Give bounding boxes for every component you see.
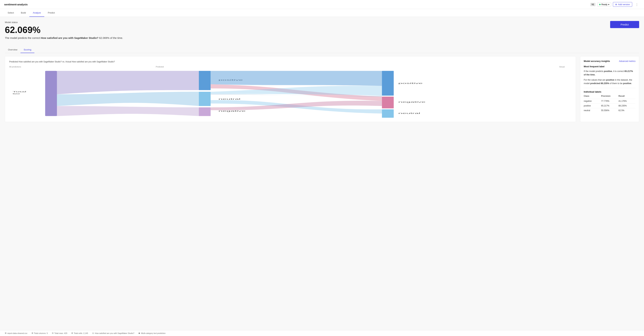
tab-select[interactable]: Select: [4, 9, 17, 17]
table-row: negative 77.778% 41.176%: [584, 99, 636, 103]
precision-negative: 77.778%: [601, 100, 618, 102]
main-nav: Select Build Analyze Predict: [0, 9, 644, 17]
insight-text-1: If the model predicts positive, it is co…: [584, 70, 636, 76]
chevron-down-icon: ▾: [608, 3, 609, 6]
svg-text:positive: positive: [398, 82, 422, 84]
class-negative: negative: [584, 100, 601, 102]
table-row: positive 65.217% 88.235%: [584, 103, 636, 108]
tab-analyze[interactable]: Analyze: [29, 9, 44, 17]
precision-neutral: 55.556%: [601, 109, 618, 112]
individual-labels-section: Individual labels Class Precision Recall…: [584, 91, 636, 113]
app-header: sentiment-analysis V1 Ready ▾ ⊕ Add vers…: [0, 0, 644, 9]
tab-predict[interactable]: Predict: [44, 9, 58, 17]
add-version-button[interactable]: ⊕ Add version: [613, 2, 632, 7]
model-status-section: Model status 62.069% The model predicts …: [5, 21, 123, 43]
svg-text:neutral: neutral: [218, 98, 240, 100]
version-badge: V1: [590, 3, 596, 6]
most-frequent-label-section: Most frequent label If the model predict…: [584, 65, 636, 85]
individual-labels-title: Individual labels: [584, 91, 636, 93]
insights-panel: Model accuracy insights Advanced metrics…: [580, 56, 639, 122]
svg-rect-3: [199, 71, 211, 90]
svg-text:Total: Total: [12, 91, 26, 93]
plus-icon: ⊕: [615, 3, 617, 6]
desc-suffix: 62.069% of the time.: [98, 36, 123, 39]
chart-title: Predicted How satisfied are you with Sag…: [9, 60, 572, 63]
insight-text-2: For the values that are positive in the …: [584, 78, 636, 85]
top-row: Model status 62.069% The model predicts …: [5, 21, 639, 43]
advanced-metrics-link[interactable]: Advanced metrics: [619, 60, 636, 62]
label-all-predictions: All predictions: [9, 66, 25, 68]
recall-negative: 41.176%: [618, 100, 636, 102]
insights-header: Model accuracy insights Advanced metrics: [584, 60, 636, 62]
tab-build[interactable]: Build: [17, 9, 29, 17]
model-description: The model predicts the correct How satis…: [5, 36, 123, 39]
precision-positive: 65.217%: [601, 105, 618, 107]
recall-neutral: 62.5%: [618, 109, 636, 112]
svg-text:negative: negative: [398, 101, 426, 103]
sankey-chart: Total 50 positive neutral negative: [9, 69, 572, 118]
recall-positive: 88.235%: [618, 105, 636, 107]
svg-rect-10: [382, 97, 394, 108]
more-options-button[interactable]: ⋮: [634, 2, 640, 7]
col-class-header: Class: [584, 95, 601, 97]
divider: [584, 88, 636, 88]
main-content: Model status 62.069% The model predicts …: [0, 17, 644, 126]
desc-question: How satisfied are you with SageMaker Stu…: [41, 36, 98, 39]
table-header: Class Precision Recall: [584, 95, 636, 97]
ready-status-button[interactable]: Ready ▾: [597, 2, 611, 6]
sub-tab-scoring[interactable]: Scoring: [20, 47, 34, 53]
svg-rect-4: [199, 92, 211, 106]
label-predicted: Predicted: [25, 66, 295, 68]
svg-rect-11: [382, 109, 394, 118]
predict-button[interactable]: Predict: [610, 21, 639, 28]
svg-rect-2: [45, 71, 57, 116]
svg-rect-9: [382, 71, 394, 96]
class-neutral: neutral: [584, 109, 601, 112]
chart-panel: Predicted How satisfied are you with Sag…: [5, 56, 576, 122]
table-row: neutral 55.556% 62.5%: [584, 108, 636, 113]
col-precision-header: Precision: [601, 95, 618, 97]
insights-title: Model accuracy insights: [584, 60, 610, 62]
sub-tabs: Overview Scoring: [5, 47, 639, 53]
header-right: V1 Ready ▾ ⊕ Add version ⋮: [590, 2, 640, 7]
col-recall-header: Recall: [618, 95, 636, 97]
class-positive: positive: [584, 105, 601, 107]
svg-rect-5: [199, 107, 211, 116]
ready-dot-icon: [599, 4, 600, 5]
sub-tab-overview[interactable]: Overview: [5, 47, 20, 53]
svg-text:neutral: neutral: [398, 112, 420, 114]
most-frequent-title: Most frequent label: [584, 65, 636, 68]
model-status-label: Model status: [5, 21, 123, 23]
model-accuracy-value: 62.069%: [5, 25, 123, 35]
ready-label: Ready: [602, 3, 608, 6]
svg-text:negative: negative: [218, 110, 246, 112]
label-actual: Actual: [295, 66, 572, 68]
desc-prefix: The model predicts the correct: [5, 36, 41, 39]
scoring-area: Predicted How satisfied are you with Sag…: [5, 56, 639, 122]
app-title: sentiment-analysis: [4, 3, 28, 6]
svg-text:50: 50: [12, 93, 20, 95]
